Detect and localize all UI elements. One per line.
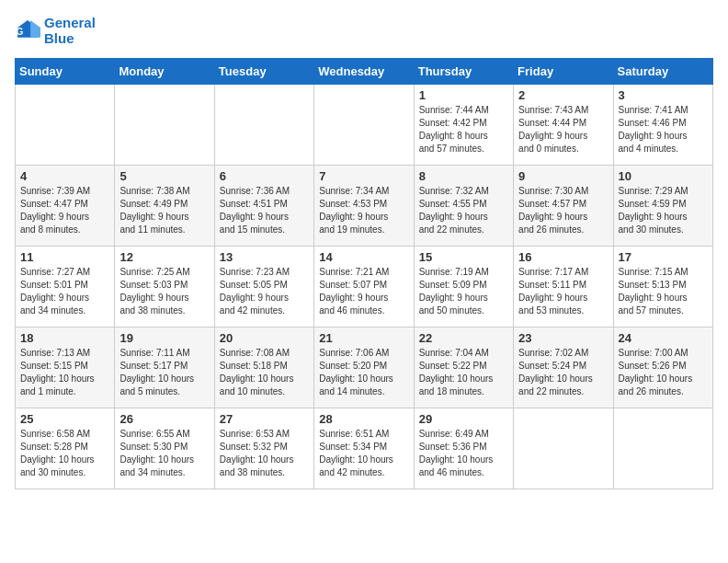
cell-content: Sunrise: 7:44 AM Sunset: 4:42 PM Dayligh… [419,104,508,155]
header-tuesday: Tuesday [214,58,313,84]
day-number: 27 [220,412,309,426]
cell-content: Sunrise: 6:51 AM Sunset: 5:34 PM Dayligh… [319,428,408,479]
header-thursday: Thursday [414,58,513,84]
calendar-cell: 1Sunrise: 7:44 AM Sunset: 4:42 PM Daylig… [414,84,513,165]
calendar-cell [514,408,613,488]
calendar-cell: 3Sunrise: 7:41 AM Sunset: 4:46 PM Daylig… [613,84,712,165]
day-number: 25 [20,412,109,426]
cell-content: Sunrise: 7:17 AM Sunset: 5:11 PM Dayligh… [518,266,608,317]
day-number: 14 [319,250,408,264]
day-number: 20 [220,331,309,345]
calendar-week-4: 18Sunrise: 7:13 AM Sunset: 5:15 PM Dayli… [16,327,713,408]
day-number: 2 [518,88,608,102]
calendar-cell: 12Sunrise: 7:25 AM Sunset: 5:03 PM Dayli… [115,246,214,327]
calendar-cell: 10Sunrise: 7:29 AM Sunset: 4:59 PM Dayli… [613,165,712,246]
day-number: 4 [20,169,109,183]
cell-content: Sunrise: 7:43 AM Sunset: 4:44 PM Dayligh… [518,104,608,155]
calendar-cell: 23Sunrise: 7:02 AM Sunset: 5:24 PM Dayli… [514,327,613,408]
calendar-cell: 19Sunrise: 7:11 AM Sunset: 5:17 PM Dayli… [115,327,214,408]
calendar-cell: 29Sunrise: 6:49 AM Sunset: 5:36 PM Dayli… [414,408,513,488]
calendar-cell: 28Sunrise: 6:51 AM Sunset: 5:34 PM Dayli… [314,408,414,488]
header-wednesday: Wednesday [314,58,414,84]
day-number: 5 [119,169,209,183]
cell-content: Sunrise: 7:02 AM Sunset: 5:24 PM Dayligh… [518,347,608,398]
cell-content: Sunrise: 7:23 AM Sunset: 5:05 PM Dayligh… [220,266,309,317]
day-number: 21 [319,331,408,345]
calendar-table: SundayMondayTuesdayWednesdayThursdayFrid… [15,58,713,489]
calendar-cell: 25Sunrise: 6:58 AM Sunset: 5:28 PM Dayli… [16,408,115,488]
cell-content: Sunrise: 6:53 AM Sunset: 5:32 PM Dayligh… [220,428,309,479]
day-number: 29 [419,412,508,426]
logo-line1: General [44,15,96,30]
calendar-week-3: 11Sunrise: 7:27 AM Sunset: 5:01 PM Dayli… [16,246,713,327]
cell-content: Sunrise: 7:19 AM Sunset: 5:09 PM Dayligh… [419,266,508,317]
header-saturday: Saturday [613,58,712,84]
calendar-cell: 17Sunrise: 7:15 AM Sunset: 5:13 PM Dayli… [613,246,712,327]
cell-content: Sunrise: 7:06 AM Sunset: 5:20 PM Dayligh… [319,347,408,398]
cell-content: Sunrise: 7:00 AM Sunset: 5:26 PM Dayligh… [619,347,708,398]
cell-content: Sunrise: 7:13 AM Sunset: 5:15 PM Dayligh… [20,347,109,398]
day-number: 8 [419,169,508,183]
cell-content: Sunrise: 7:15 AM Sunset: 5:13 PM Dayligh… [619,266,708,317]
cell-content: Sunrise: 7:29 AM Sunset: 4:59 PM Dayligh… [619,185,708,236]
day-number: 26 [119,412,209,426]
calendar-week-1: 1Sunrise: 7:44 AM Sunset: 4:42 PM Daylig… [16,84,713,165]
cell-content: Sunrise: 7:32 AM Sunset: 4:55 PM Dayligh… [419,185,508,236]
logo-line2: Blue [44,30,96,46]
calendar-cell: 5Sunrise: 7:38 AM Sunset: 4:49 PM Daylig… [115,165,214,246]
day-number: 24 [619,331,708,345]
day-number: 19 [119,331,209,345]
cell-content: Sunrise: 7:34 AM Sunset: 4:53 PM Dayligh… [319,185,408,236]
calendar-cell: 9Sunrise: 7:30 AM Sunset: 4:57 PM Daylig… [514,165,613,246]
cell-content: Sunrise: 7:04 AM Sunset: 5:22 PM Dayligh… [419,347,508,398]
svg-text:G: G [17,27,24,37]
day-number: 23 [518,331,608,345]
day-number: 17 [619,250,708,264]
day-number: 6 [220,169,309,183]
day-number: 13 [220,250,309,264]
calendar-cell [115,84,214,165]
calendar-cell: 4Sunrise: 7:39 AM Sunset: 4:47 PM Daylig… [16,165,115,246]
calendar-cell [613,408,712,488]
calendar-cell: 11Sunrise: 7:27 AM Sunset: 5:01 PM Dayli… [16,246,115,327]
calendar-cell [314,84,414,165]
calendar-cell: 18Sunrise: 7:13 AM Sunset: 5:15 PM Dayli… [16,327,115,408]
cell-content: Sunrise: 7:38 AM Sunset: 4:49 PM Dayligh… [119,185,209,236]
cell-content: Sunrise: 7:41 AM Sunset: 4:46 PM Dayligh… [619,104,708,155]
day-number: 18 [20,331,109,345]
day-number: 1 [419,88,508,102]
calendar-week-2: 4Sunrise: 7:39 AM Sunset: 4:47 PM Daylig… [16,165,713,246]
logo-icon: G [15,17,40,43]
calendar-cell: 8Sunrise: 7:32 AM Sunset: 4:55 PM Daylig… [414,165,513,246]
calendar-cell: 16Sunrise: 7:17 AM Sunset: 5:11 PM Dayli… [514,246,613,327]
day-number: 16 [518,250,608,264]
calendar-cell: 6Sunrise: 7:36 AM Sunset: 4:51 PM Daylig… [214,165,313,246]
cell-content: Sunrise: 7:30 AM Sunset: 4:57 PM Dayligh… [518,185,608,236]
day-number: 15 [419,250,508,264]
header-monday: Monday [115,58,214,84]
calendar-cell: 14Sunrise: 7:21 AM Sunset: 5:07 PM Dayli… [314,246,414,327]
day-number: 22 [419,331,508,345]
cell-content: Sunrise: 7:11 AM Sunset: 5:17 PM Dayligh… [119,347,209,398]
calendar-cell: 27Sunrise: 6:53 AM Sunset: 5:32 PM Dayli… [214,408,313,488]
calendar-cell [16,84,115,165]
calendar-cell: 13Sunrise: 7:23 AM Sunset: 5:05 PM Dayli… [214,246,313,327]
cell-content: Sunrise: 7:27 AM Sunset: 5:01 PM Dayligh… [20,266,109,317]
day-number: 12 [119,250,209,264]
calendar-cell: 20Sunrise: 7:08 AM Sunset: 5:18 PM Dayli… [214,327,313,408]
calendar-header-row: SundayMondayTuesdayWednesdayThursdayFrid… [16,58,713,84]
cell-content: Sunrise: 7:25 AM Sunset: 5:03 PM Dayligh… [119,266,209,317]
cell-content: Sunrise: 7:36 AM Sunset: 4:51 PM Dayligh… [220,185,309,236]
logo: G General Blue [15,15,96,47]
day-number: 9 [518,169,608,183]
calendar-cell [214,84,313,165]
calendar-cell: 24Sunrise: 7:00 AM Sunset: 5:26 PM Dayli… [613,327,712,408]
cell-content: Sunrise: 7:21 AM Sunset: 5:07 PM Dayligh… [319,266,408,317]
day-number: 7 [319,169,408,183]
header-friday: Friday [514,58,613,84]
header-sunday: Sunday [16,58,115,84]
calendar-week-5: 25Sunrise: 6:58 AM Sunset: 5:28 PM Dayli… [16,408,713,488]
cell-content: Sunrise: 6:55 AM Sunset: 5:30 PM Dayligh… [119,428,209,479]
calendar-cell: 7Sunrise: 7:34 AM Sunset: 4:53 PM Daylig… [314,165,414,246]
cell-content: Sunrise: 7:39 AM Sunset: 4:47 PM Dayligh… [20,185,109,236]
